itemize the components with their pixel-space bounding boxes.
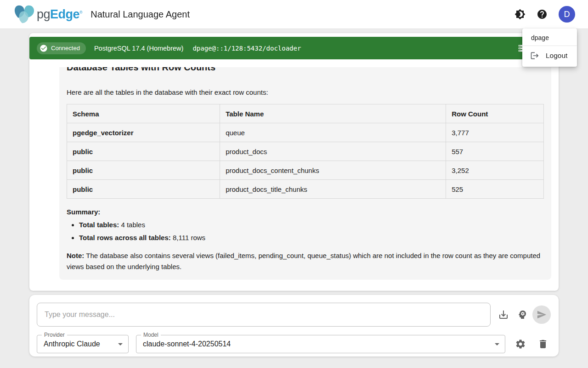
- trash-icon: [537, 339, 548, 350]
- composer-card: Provider Anthropic Claude Model claude-s…: [29, 295, 559, 356]
- status-text: Connected: [51, 45, 80, 52]
- assistant-message: Database Tables with Row Counts Here are…: [59, 67, 551, 280]
- table-row: public product_docs_content_chunks 3,252: [67, 161, 544, 180]
- column-header-table-name: Table Name: [220, 104, 446, 123]
- psychology-icon: [517, 309, 528, 320]
- cell-table-name: product_docs_title_chunks: [220, 180, 446, 199]
- model-value: claude-sonnet-4-20250514: [136, 340, 495, 348]
- messages-card: Database Tables with Row Counts Here are…: [29, 33, 559, 291]
- table-row: public product_docs 557: [67, 142, 544, 161]
- message-heading: Database Tables with Row Counts: [67, 67, 544, 74]
- cell-schema: public: [67, 142, 220, 161]
- chevron-down-icon: [118, 343, 123, 345]
- row-counts-table: Schema Table Name Row Count pgedge_vecto…: [67, 104, 544, 199]
- cell-row-count: 557: [446, 142, 544, 161]
- check-circle-icon: [40, 44, 48, 52]
- message-intro: Here are all the tables in the database …: [67, 87, 544, 98]
- send-button[interactable]: [532, 305, 551, 324]
- gear-icon: [515, 339, 526, 350]
- logout-icon: [530, 51, 539, 60]
- cell-table-name: product_docs_content_chunks: [220, 161, 446, 180]
- download-icon: [498, 309, 509, 320]
- connection-string: dpage@::1/128:5432/docloader: [192, 45, 301, 52]
- user-menu-username: dpage: [522, 33, 577, 45]
- thinking-mode-button[interactable]: [513, 305, 531, 324]
- message-input[interactable]: [37, 303, 491, 327]
- cell-schema: public: [67, 180, 220, 199]
- settings-button[interactable]: [511, 335, 530, 353]
- clear-conversation-button[interactable]: [534, 335, 552, 353]
- user-avatar[interactable]: D: [559, 6, 575, 23]
- column-header-schema: Schema: [67, 104, 220, 123]
- chevron-down-icon: [495, 343, 499, 345]
- pgedge-wordmark: pgEdge®: [37, 7, 82, 22]
- column-header-row-count: Row Count: [446, 104, 544, 123]
- table-row: pgedge_vectorizer queue 3,777: [67, 123, 544, 142]
- table-row: public product_docs_title_chunks 525: [67, 180, 544, 199]
- help-icon: [537, 9, 548, 20]
- theme-toggle-button[interactable]: [511, 5, 529, 23]
- list-item: Total rows across all tables: 8,111 rows: [79, 233, 544, 243]
- send-icon: [537, 310, 547, 320]
- messages-scroll-area[interactable]: Database Tables with Row Counts Here are…: [29, 67, 559, 291]
- brightness-icon: [514, 9, 526, 20]
- download-button[interactable]: [494, 305, 513, 324]
- app-header: pgEdge® Natural Language Agent D: [0, 0, 588, 29]
- list-item: Total tables: 4 tables: [79, 220, 544, 230]
- cell-schema: pgedge_vectorizer: [67, 123, 220, 142]
- model-label: Model: [141, 332, 161, 338]
- summary-list: Total tables: 4 tables Total rows across…: [67, 220, 544, 243]
- provider-select[interactable]: Provider Anthropic Claude: [37, 335, 129, 353]
- header-actions: D: [511, 5, 575, 23]
- cell-row-count: 525: [446, 180, 544, 199]
- page-title: Natural Language Agent: [90, 9, 190, 20]
- connection-status-bar: Connected PostgreSQL 17.4 (Homebrew) dpa…: [29, 37, 559, 59]
- provider-label: Provider: [42, 332, 67, 338]
- help-button[interactable]: [533, 5, 551, 23]
- server-version-text: PostgreSQL 17.4 (Homebrew): [94, 45, 184, 52]
- provider-value: Anthropic Claude: [37, 340, 118, 348]
- summary-label: Summary:: [67, 207, 544, 217]
- logout-menu-item[interactable]: Logout: [522, 46, 577, 64]
- cell-row-count: 3,252: [446, 161, 544, 180]
- cell-table-name: queue: [220, 123, 446, 142]
- table-header-row: Schema Table Name Row Count: [67, 104, 544, 123]
- pgedge-logo-icon: [13, 4, 36, 24]
- connection-status-badge: Connected: [37, 42, 86, 54]
- cell-row-count: 3,777: [446, 123, 544, 142]
- pgedge-logo: pgEdge®: [13, 4, 82, 24]
- user-menu: dpage Logout: [522, 29, 577, 67]
- cell-table-name: product_docs: [220, 142, 446, 161]
- cell-schema: public: [67, 161, 220, 180]
- logout-label: Logout: [546, 52, 567, 60]
- message-note: Note: The database also contains several…: [67, 250, 544, 272]
- model-select[interactable]: Model claude-sonnet-4-20250514: [136, 335, 505, 353]
